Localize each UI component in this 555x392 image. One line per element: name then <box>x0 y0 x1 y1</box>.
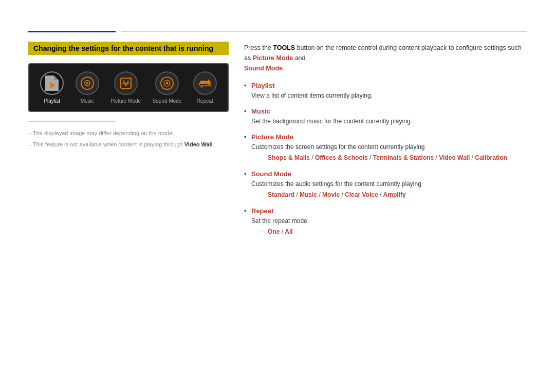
sound-mode-options: Standard / Music / Movie / Clear Voice /… <box>260 190 527 200</box>
music-icon-circle <box>76 71 99 95</box>
top-divider <box>28 31 527 32</box>
option-shops-malls: Shops & Malls <box>268 154 310 161</box>
left-divider <box>28 121 116 122</box>
music-title: Music <box>251 107 527 115</box>
playlist-icon <box>45 76 59 91</box>
option-standard: Standard <box>268 191 294 198</box>
ui-item-sound: Sound Mode <box>153 71 182 104</box>
ui-item-music: Music <box>76 71 99 104</box>
picture-mode-link: Picture Mode <box>253 54 293 62</box>
intro-before-tools: Press the <box>244 44 273 51</box>
sound-mode-title: Sound Mode <box>251 170 527 178</box>
ui-item-picture: Picture Mode <box>110 71 141 104</box>
divider-line <box>121 31 527 32</box>
divider-accent <box>28 31 116 32</box>
main-content: Changing the settings for the content th… <box>28 42 527 245</box>
svg-point-5 <box>86 82 88 84</box>
repeat-desc: Set the repeat mode. <box>251 216 527 226</box>
repeat-sublist: One / All <box>251 227 527 237</box>
picture-icon-circle <box>114 71 138 95</box>
intro-paragraph: Press the TOOLS button on the remote con… <box>244 43 527 73</box>
repeat-icon <box>198 78 212 89</box>
playlist-label: Playlist <box>44 98 60 104</box>
sound-mode-icon <box>160 76 174 90</box>
repeat-title: Repeat <box>251 207 527 215</box>
ui-item-repeat: Repeat <box>193 71 217 104</box>
section-title: Changing the settings for the content th… <box>28 42 229 55</box>
intro-and: and <box>293 54 305 62</box>
feature-list: Playlist View a list of content items cu… <box>244 82 527 237</box>
option-movie: Movie <box>322 191 340 198</box>
option-amplify: Amplify <box>383 191 406 198</box>
option-clear-voice: Clear Voice <box>345 191 378 198</box>
right-column: Press the TOOLS button on the remote con… <box>244 42 527 245</box>
note-2-text: This feature is not available when conte… <box>33 141 184 147</box>
music-label: Music <box>81 98 94 104</box>
option-offices-schools: Offices & Schools <box>315 154 368 161</box>
sound-mode-desc: Customizes the audio settings for the co… <box>251 179 527 189</box>
left-column: Changing the settings for the content th… <box>28 42 229 245</box>
page-container: Changing the settings for the content th… <box>0 0 555 265</box>
tools-label: TOOLS <box>273 44 295 51</box>
feature-playlist: Playlist View a list of content items cu… <box>244 82 527 100</box>
picture-mode-icon <box>119 76 133 90</box>
feature-sound-mode: Sound Mode Customizes the audio settings… <box>244 170 527 200</box>
ui-item-playlist: Playlist <box>40 71 64 104</box>
playlist-title: Playlist <box>251 82 527 89</box>
option-all: All <box>285 228 292 235</box>
sound-icon-circle <box>155 71 179 95</box>
picture-label: Picture Mode <box>110 98 141 104</box>
device-ui: Playlist Music <box>28 63 229 112</box>
intro-period: . <box>283 65 284 72</box>
music-desc: Set the background music for the content… <box>251 117 527 126</box>
feature-picture-mode: Picture Mode Customizes the screen setti… <box>244 133 527 163</box>
picture-mode-options: Shops & Malls / Offices & Schools / Term… <box>260 153 527 163</box>
sound-label: Sound Mode <box>153 98 182 104</box>
note-2: – This feature is not available when con… <box>28 140 229 150</box>
repeat-options: One / All <box>260 227 527 237</box>
option-terminals-stations: Terminals & Stations <box>373 154 434 161</box>
option-video-wall: Video Wall <box>439 154 470 161</box>
picture-mode-desc: Customizes the screen settings for the c… <box>251 142 527 152</box>
picture-mode-sublist: Shops & Malls / Offices & Schools / Term… <box>251 153 527 163</box>
note-2-highlight: Video Wall <box>184 141 213 147</box>
repeat-icon-circle <box>193 71 217 95</box>
music-icon <box>80 76 95 90</box>
note-2-period: . <box>213 141 214 147</box>
feature-music: Music Set the background music for the c… <box>244 107 527 126</box>
option-one: One <box>268 228 280 235</box>
note-1: – The displayed image may differ dependi… <box>28 129 229 138</box>
option-calibration: Calibration <box>475 154 507 161</box>
svg-marker-1 <box>54 76 59 80</box>
option-music: Music <box>300 191 317 198</box>
svg-point-9 <box>165 82 168 85</box>
sound-mode-link: Sound Mode <box>244 65 283 72</box>
feature-repeat: Repeat Set the repeat mode. One / All <box>244 207 527 237</box>
playlist-icon-circle <box>40 71 64 95</box>
picture-mode-title: Picture Mode <box>251 133 527 141</box>
playlist-desc: View a list of content items currently p… <box>251 91 527 100</box>
repeat-label: Repeat <box>197 98 213 104</box>
sound-mode-sublist: Standard / Music / Movie / Clear Voice /… <box>251 190 527 200</box>
